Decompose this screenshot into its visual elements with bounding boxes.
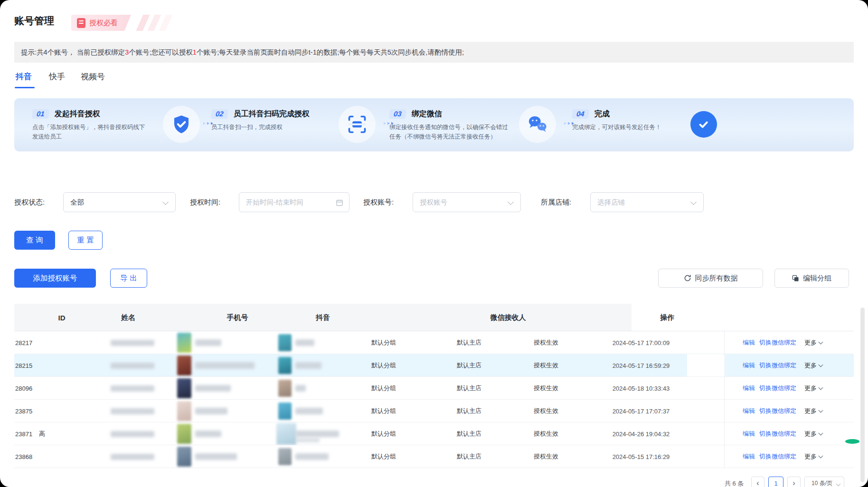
date-range-input[interactable]: 开始时间-结束时间	[239, 192, 349, 212]
table-row[interactable]: 23871高默认分组默认主店授权生效2024-04-26 19:04:32编辑切…	[14, 422, 854, 445]
edit-link[interactable]: 编辑	[743, 361, 755, 370]
cell-shop: 默认主店	[457, 384, 481, 393]
cell-name-redacted	[111, 385, 154, 392]
edit-link[interactable]: 编辑	[743, 407, 755, 415]
more-dropdown[interactable]: 更多	[804, 430, 822, 438]
edit-link[interactable]: 编辑	[743, 452, 755, 461]
chevron-down-icon	[690, 199, 697, 205]
shop-select[interactable]: 选择店铺	[590, 192, 704, 212]
cell-name-redacted	[111, 363, 154, 369]
switch-wechat-link[interactable]: 切换微信绑定	[759, 338, 796, 347]
cell-group: 默认分组	[371, 384, 396, 393]
table-row[interactable]: 23868默认分组默认主店授权生效2024-05-15 17:16:29编辑切换…	[14, 445, 854, 468]
cell-douyin-redacted	[295, 362, 321, 369]
notice-bar: 提示:共4个账号， 当前已授权绑定3个账号;您还可以授权1个账号;每天登录当前页…	[14, 42, 854, 63]
step-number: 04	[572, 109, 589, 119]
calendar-icon	[336, 199, 343, 208]
douyin-avatar	[278, 448, 292, 465]
cell-auth-time: 2024-05-18 10:33:43	[613, 384, 670, 392]
account-select[interactable]: 授权账号	[413, 192, 521, 212]
edit-group-button[interactable]: 编辑分组	[774, 269, 849, 288]
col-name: 姓名	[121, 313, 135, 322]
active-tab-underline	[15, 87, 35, 88]
export-button[interactable]: 导 出	[110, 269, 147, 288]
step-desc: 员工抖音扫一扫，完成授权	[211, 122, 349, 132]
col-phone: 手机号	[227, 313, 248, 322]
cell-douyin-redacted	[295, 385, 306, 392]
cell-name-prefix: 高	[39, 430, 45, 438]
cell-name-redacted	[111, 431, 154, 437]
cell-group: 默认分组	[371, 452, 396, 461]
scrollbar-thumb[interactable]	[860, 308, 865, 482]
pagination-prev-button[interactable]: ‹	[751, 477, 764, 487]
table-row[interactable]: 28215默认分组默认主店授权生效2024-05-17 16:59:29编辑切换…	[14, 354, 854, 377]
pagination-page-1[interactable]: 1	[768, 477, 783, 487]
table-row[interactable]: 28217默认分组默认主店授权生效2024-05-17 17:00:09编辑切换…	[14, 331, 854, 354]
douyin-avatar	[278, 403, 292, 420]
cell-group: 默认分组	[371, 361, 396, 370]
reset-button[interactable]: 重 置	[68, 231, 103, 250]
status-select[interactable]: 全部	[63, 192, 176, 212]
cell-group: 默认分组	[371, 407, 396, 415]
fixed-column-divider	[724, 331, 725, 468]
more-dropdown[interactable]: 更多	[804, 338, 822, 347]
col-wechat-receiver: 微信接收人	[491, 313, 526, 322]
cell-shop: 默认主店	[457, 430, 481, 438]
edit-link[interactable]: 编辑	[743, 338, 755, 347]
pagination-next-button[interactable]: ›	[787, 477, 801, 487]
notice-count-bound: 3	[125, 48, 129, 56]
step-3: 03绑定微信 绑定接收任务通知的微信号，以确保不会错过任务（不绑微信号将无法正常…	[389, 109, 532, 141]
switch-wechat-link[interactable]: 切换微信绑定	[759, 361, 796, 370]
chevron-down-icon	[508, 199, 514, 205]
more-dropdown[interactable]: 更多	[804, 384, 822, 393]
tab-kuaishou[interactable]: 快手	[49, 71, 65, 82]
chevron-down-icon	[819, 339, 823, 344]
edit-link[interactable]: 编辑	[743, 430, 755, 438]
account-select-placeholder: 授权账号	[420, 198, 447, 207]
cell-status: 授权生效	[534, 384, 558, 393]
sync-all-data-button[interactable]: 同步所有数据	[658, 269, 763, 288]
filter-label-shop: 所属店铺:	[541, 198, 571, 207]
page: 账号管理 授权必看 提示:共4个账号， 当前已授权绑定3个账号;您还可以授权1个…	[0, 0, 868, 487]
page-size-select[interactable]: 10 条/页	[804, 477, 844, 487]
shield-check-icon	[163, 106, 200, 143]
scan-icon	[339, 106, 376, 143]
phone-avatar	[177, 424, 191, 444]
chevron-down-icon	[836, 482, 841, 487]
table-header: ID 姓名 手机号 抖音 微信接收人 操作	[14, 304, 854, 331]
pagination-total: 共 6 条	[725, 479, 744, 487]
chevron-down-icon	[819, 431, 823, 435]
switch-wechat-link[interactable]: 切换微信绑定	[759, 452, 796, 461]
badge-label: 授权必看	[89, 19, 118, 28]
tab-douyin[interactable]: 抖音	[16, 71, 32, 82]
group-icon	[792, 275, 799, 282]
cell-phone-redacted	[195, 385, 231, 392]
cell-id: 23868	[15, 453, 32, 460]
wechat-icon	[519, 106, 556, 143]
query-button[interactable]: 查 询	[14, 231, 55, 250]
phone-avatar	[177, 356, 191, 375]
step-title: 员工抖音扫码完成授权	[234, 109, 310, 119]
step-title: 完成	[594, 109, 610, 119]
table-row[interactable]: 28096默认分组默认主店授权生效2024-05-18 10:33:43编辑切换…	[14, 377, 854, 400]
auth-guide-badge[interactable]: 授权必看	[71, 15, 131, 31]
switch-wechat-link[interactable]: 切换微信绑定	[759, 384, 796, 393]
step-number: 01	[32, 109, 49, 119]
more-dropdown[interactable]: 更多	[804, 361, 822, 370]
add-auth-account-button[interactable]: 添加授权账号	[14, 269, 96, 288]
notice-count-remaining: 1	[193, 48, 197, 56]
table-row[interactable]: 23875默认分组默认主店授权生效2024-05-17 17:07:37编辑切换…	[14, 400, 854, 422]
col-id: ID	[58, 313, 66, 321]
edit-link[interactable]: 编辑	[743, 384, 755, 393]
tab-shipinhao[interactable]: 视频号	[81, 71, 105, 82]
switch-wechat-link[interactable]: 切换微信绑定	[759, 430, 796, 438]
decor-stripe	[136, 15, 150, 31]
cell-shop: 默认主店	[457, 338, 481, 347]
more-dropdown[interactable]: 更多	[804, 407, 822, 415]
floating-widget-partial[interactable]	[845, 439, 859, 444]
douyin-avatar	[278, 357, 292, 374]
switch-wechat-link[interactable]: 切换微信绑定	[759, 407, 796, 415]
more-dropdown[interactable]: 更多	[804, 452, 822, 461]
cell-auth-time: 2024-05-15 17:16:29	[613, 453, 670, 460]
cell-douyin-redacted	[295, 453, 329, 460]
